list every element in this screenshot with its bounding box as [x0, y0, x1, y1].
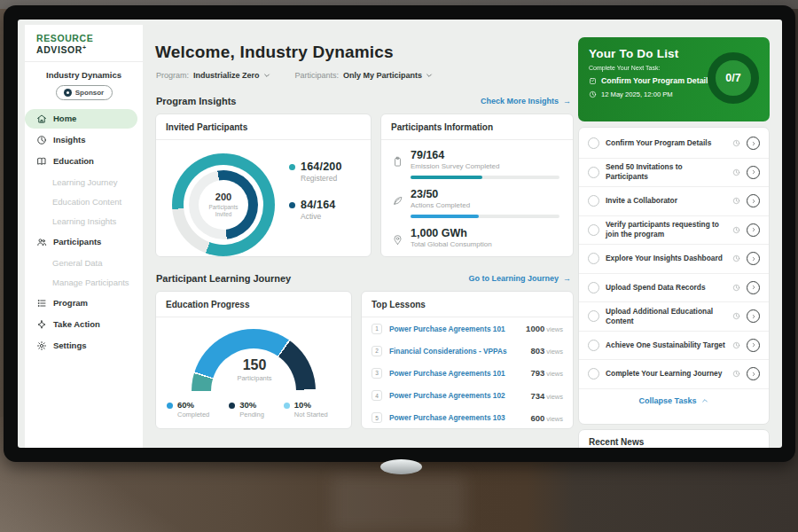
sidebar-item-insights[interactable]: Insights [25, 130, 137, 150]
checkbox[interactable] [588, 282, 599, 293]
checkbox[interactable] [588, 195, 599, 207]
todo-item[interactable]: Confirm Your Program Details [579, 129, 769, 159]
lesson-link[interactable]: Power Purchase Agreements 103 [389, 413, 523, 422]
participants-select[interactable]: Only My Participants [343, 71, 433, 80]
sidebar-item-settings[interactable]: Settings [25, 336, 137, 356]
org-name: Industry Dynamics [25, 70, 143, 80]
donut-legend: 164/200 Registered 84/164 Active [289, 160, 342, 221]
active-value: 84/164 [301, 199, 335, 211]
program-filter-label: Program: [156, 71, 189, 80]
sidebar-item-participants[interactable]: Participants [25, 232, 137, 252]
go-button[interactable] [747, 367, 760, 380]
go-to-learning-journey-link[interactable]: Go to Learning Journey → [468, 274, 571, 283]
sidebar-item-education-content[interactable]: Education Content [25, 192, 143, 211]
card-title: Invited Participants [156, 114, 371, 140]
page-title: Welcome, Industry Dynamics [155, 43, 394, 62]
settings-icon [36, 340, 47, 351]
go-button[interactable] [747, 281, 760, 294]
lesson-link[interactable]: Power Purchase Agreements 101 [389, 325, 519, 333]
education-icon [36, 156, 47, 167]
go-button[interactable] [747, 223, 760, 237]
legend-dot [167, 403, 173, 409]
todo-item[interactable]: Verify participants requesting to join t… [579, 216, 769, 246]
chevron-right-icon [751, 169, 756, 175]
sidebar-item-label: Learning Journey [52, 177, 117, 187]
todo-item[interactable]: Send 50 Invitations to Participants [579, 159, 769, 188]
sidebar-item-learning-journey[interactable]: Learning Journey [25, 173, 143, 192]
program-filter: Program: Industrialize Zero [156, 71, 270, 80]
top-lessons-card: Top Lessons 1 Power Purchase Agreements … [361, 291, 574, 429]
app-logo[interactable]: RESOURCE ADVISOR+ [25, 25, 143, 62]
lesson-rank: 2 [372, 346, 382, 356]
checkbox[interactable] [588, 253, 599, 264]
go-button[interactable] [747, 339, 760, 352]
checkbox[interactable] [588, 224, 599, 236]
chevron-up-icon [701, 397, 708, 404]
participants-icon [36, 237, 47, 247]
metric-label: Emission Survey Completed [411, 162, 559, 170]
invited-participants-donut: 200 Participants Invited [172, 153, 275, 256]
todo-item[interactable]: Invite a Collaborator [579, 187, 769, 216]
go-button[interactable] [747, 194, 760, 207]
lesson-link[interactable]: Power Purchase Agreements 101 [389, 369, 523, 378]
chevron-down-icon [426, 72, 433, 79]
todo-progress-value: 0/7 [725, 72, 740, 84]
checkbox[interactable] [588, 167, 599, 178]
progress-fill [411, 215, 479, 218]
checkbox[interactable] [588, 137, 599, 149]
sidebar-item-program[interactable]: Program [25, 293, 137, 313]
go-button[interactable] [747, 252, 760, 265]
lesson-views: 600views [530, 413, 563, 423]
lesson-link[interactable]: Financial Considerations - VPPAs [389, 347, 523, 356]
clock-icon [732, 226, 740, 234]
todo-progress-ring: 0/7 [708, 52, 759, 104]
sidebar-item-label: Home [53, 113, 76, 123]
clock-icon [732, 341, 740, 349]
legend-dot [284, 403, 290, 409]
check-more-insights-link[interactable]: Check More Insights → [481, 97, 571, 106]
metric-emission-survey: 79/164 Emission Survey Completed [381, 140, 573, 179]
sidebar-item-label: General Data [52, 258, 103, 268]
metric-actions-completed: 23/50 Actions Completed [381, 179, 573, 218]
chevron-right-icon [751, 314, 756, 319]
go-button[interactable] [747, 309, 760, 323]
sidebar-item-label: Manage Participants [52, 278, 129, 287]
sidebar-item-general-data[interactable]: General Data [25, 254, 143, 272]
clock-icon [732, 254, 740, 262]
sidebar-item-take-action[interactable]: Take Action [25, 315, 137, 334]
lesson-link[interactable]: Power Purchase Agreements 102 [389, 391, 523, 400]
todo-item[interactable]: Upload Additional Educational Content [579, 302, 769, 332]
checkbox[interactable] [588, 310, 599, 322]
clock-icon [732, 168, 740, 176]
go-button[interactable] [747, 137, 760, 150]
legend-registered: 164/200 Registered [289, 160, 342, 183]
logo-text-primary: RESOURCE [36, 33, 93, 43]
collapse-tasks-link[interactable]: Collapse Tasks [579, 389, 769, 412]
sidebar-item-learning-insights[interactable]: Learning Insights [25, 212, 143, 231]
arrow-right-icon: → [563, 274, 571, 283]
todo-item[interactable]: Upload Spend Data Records [579, 274, 769, 303]
sidebar-item-home[interactable]: Home [25, 109, 137, 129]
recent-news-title: Recent News [579, 430, 769, 448]
sidebar-item-manage-participants[interactable]: Manage Participants [25, 273, 143, 292]
lesson-views: 803views [530, 346, 563, 356]
program-select[interactable]: Industrialize Zero [193, 71, 270, 80]
lesson-row: 2 Financial Considerations - VPPAs 803vi… [362, 340, 573, 362]
lesson-rank: 4 [372, 390, 382, 401]
progress-track [411, 215, 559, 218]
sidebar-item-education[interactable]: Education [25, 152, 137, 171]
sidebar-item-label: Insights [53, 135, 85, 145]
lesson-views: 734views [530, 391, 563, 401]
go-button[interactable] [747, 166, 760, 179]
todo-item[interactable]: Explore Your Insights Dashboard [579, 245, 769, 274]
todo-item[interactable]: Achieve One Sustainability Target [579, 332, 769, 361]
clock-icon [732, 284, 740, 292]
gauge-center: 150 Participants [156, 357, 353, 382]
checkbox[interactable] [588, 340, 599, 351]
sidebar-item-label: Education [53, 156, 94, 166]
legend-dot [289, 164, 295, 170]
todo-item[interactable]: Complete Your Learning Journey [579, 360, 769, 389]
actions-icon [392, 195, 403, 207]
clock-icon [589, 90, 597, 98]
checkbox[interactable] [588, 368, 599, 379]
